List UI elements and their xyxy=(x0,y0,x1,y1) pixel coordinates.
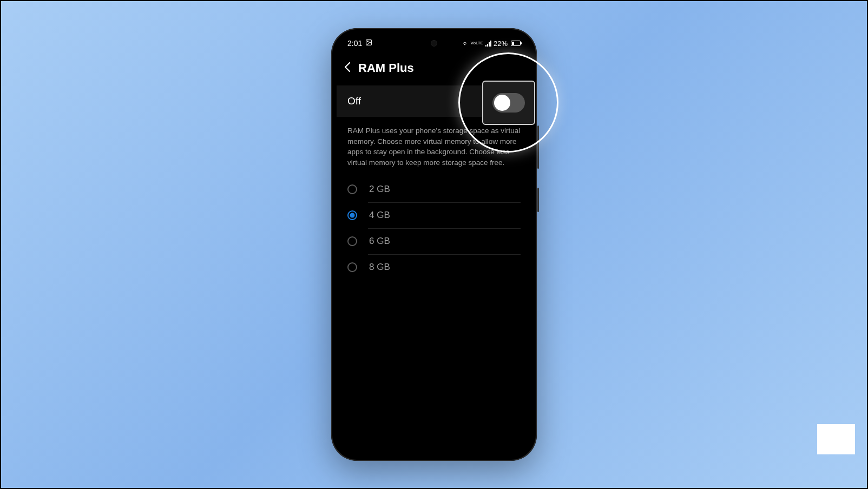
corner-overlay xyxy=(817,424,855,454)
option-4gb[interactable]: 4 GB xyxy=(337,202,531,228)
page-title: RAM Plus xyxy=(358,61,414,75)
highlight-magnifier xyxy=(458,52,558,153)
option-6gb[interactable]: 6 GB xyxy=(337,228,531,254)
battery-percent: 22% xyxy=(494,39,508,48)
option-label: 8 GB xyxy=(369,262,390,273)
option-2gb[interactable]: 2 GB xyxy=(337,176,531,202)
magnified-toggle-thumb xyxy=(494,95,510,111)
power-button[interactable] xyxy=(537,188,539,212)
option-label: 6 GB xyxy=(369,236,390,247)
toggle-state-label: Off xyxy=(347,95,361,107)
option-label: 4 GB xyxy=(369,210,390,221)
back-icon[interactable] xyxy=(344,61,351,76)
network-type: VoLTE xyxy=(471,41,483,45)
option-list: 2 GB 4 GB 6 GB 8 GB xyxy=(337,176,531,280)
option-8gb[interactable]: 8 GB xyxy=(337,254,531,280)
radio-icon xyxy=(347,184,357,194)
camera-hole xyxy=(431,40,437,47)
phone-frame: 2:01 VoLTE 22% RAM Plus Off xyxy=(331,28,537,461)
battery-icon xyxy=(511,41,521,46)
radio-icon xyxy=(347,236,357,246)
magnified-toggle-box xyxy=(482,81,535,125)
svg-point-1 xyxy=(367,41,369,42)
radio-icon xyxy=(347,262,357,272)
wifi-icon xyxy=(461,39,469,48)
radio-icon xyxy=(347,210,357,220)
status-time: 2:01 xyxy=(347,39,362,48)
magnified-toggle xyxy=(492,93,525,113)
image-icon xyxy=(365,39,372,48)
option-label: 2 GB xyxy=(369,184,390,195)
signal-icon xyxy=(485,41,491,47)
